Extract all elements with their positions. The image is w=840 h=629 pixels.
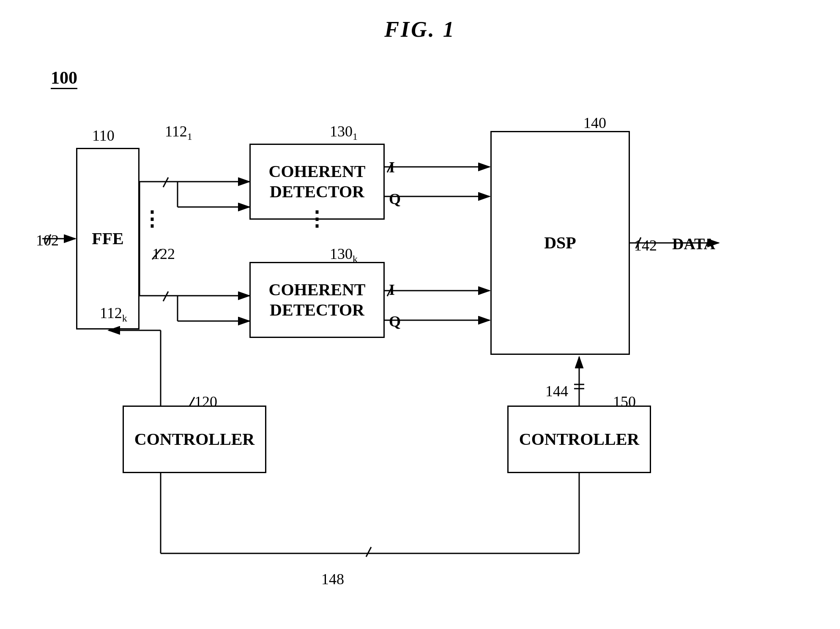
svg-line-32 <box>366 547 371 557</box>
diagram: FIG. 1 100 FFE COHERENTDETECTOR COHERENT… <box>0 0 840 629</box>
diagram-svg <box>0 0 840 629</box>
svg-line-25 <box>189 397 194 406</box>
svg-line-33 <box>152 249 161 259</box>
